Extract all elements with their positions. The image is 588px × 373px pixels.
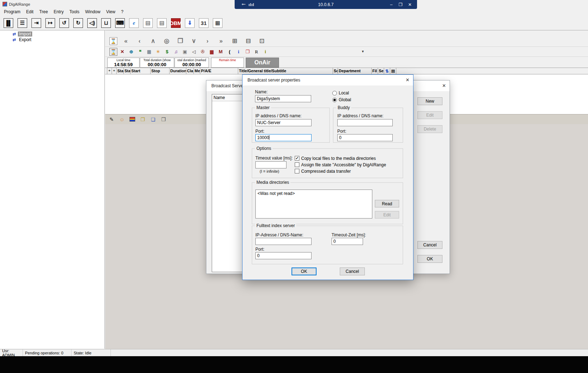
- rdp-connection-bar[interactable]: ⊸ ılıl 10.0.6.7 – ❐ ✕: [235, 0, 417, 9]
- document-icon[interactable]: ▤: [143, 18, 153, 28]
- master-port-input[interactable]: 10000: [255, 134, 312, 141]
- playlist-mode-icon[interactable]: ⌛: [109, 48, 117, 56]
- checkbox-copy-local-files[interactable]: ✓ Copy local files to the media director…: [295, 156, 376, 161]
- internet-explorer-icon[interactable]: e: [129, 18, 139, 28]
- close-icon[interactable]: ✕: [406, 77, 410, 83]
- server-cancel-button[interactable]: Cancel: [417, 241, 442, 249]
- page-icon[interactable]: ▤: [390, 68, 396, 74]
- sort-icon[interactable]: ⇅: [384, 68, 390, 74]
- comment-icon[interactable]: ❝: [136, 48, 144, 56]
- column-header[interactable]: Fil: [372, 68, 378, 74]
- step-back-icon[interactable]: ‹: [134, 37, 144, 45]
- grid-icon[interactable]: ▦: [213, 18, 222, 28]
- copy-entry-icon[interactable]: ❐: [175, 37, 185, 45]
- checkbox-compressed-transfer[interactable]: Compressed data transfer: [295, 169, 351, 174]
- calculator-icon[interactable]: ▦: [145, 48, 153, 56]
- cut-icon[interactable]: ✕: [118, 48, 126, 56]
- copy-icon[interactable]: ❐: [138, 116, 147, 123]
- dbm-icon[interactable]: DBM: [171, 18, 181, 28]
- column-header[interactable]: Sta: [117, 68, 124, 74]
- playlist-mode-icon[interactable]: ⌛: [109, 37, 117, 45]
- split-view-icon[interactable]: ▐▌: [4, 18, 13, 28]
- move-up-icon[interactable]: ∧: [148, 37, 158, 45]
- info-alt-icon[interactable]: i: [261, 48, 269, 56]
- menu-window[interactable]: Window: [82, 9, 103, 15]
- restore-icon[interactable]: ❐: [397, 2, 404, 7]
- terminal-icon[interactable]: ⌨: [115, 18, 125, 28]
- duplicate-icon[interactable]: ❐: [244, 48, 251, 56]
- globe-icon[interactable]: ⊕: [127, 48, 135, 56]
- skip-start-icon[interactable]: «: [121, 37, 131, 45]
- effects-icon[interactable]: ✳: [154, 48, 162, 56]
- color-bars-icon[interactable]: [128, 116, 137, 123]
- column-header[interactable]: Title/General title/Subtitle: [238, 68, 333, 74]
- fulltext-port-input[interactable]: 0: [255, 252, 312, 259]
- menu-entry[interactable]: Entry: [51, 9, 67, 15]
- buddy-ip-input[interactable]: [337, 119, 393, 126]
- tree-item-export[interactable]: ⇄ Export: [0, 37, 104, 43]
- marker-m-icon[interactable]: M: [217, 48, 225, 56]
- close-icon[interactable]: ✕: [406, 2, 413, 7]
- undo-icon[interactable]: ↺: [59, 18, 69, 28]
- column-header[interactable]: Cla: [186, 68, 194, 74]
- export-image-icon[interactable]: ❒: [159, 116, 168, 123]
- expand-group-button[interactable]: +: [112, 68, 117, 74]
- column-header[interactable]: Me: [194, 68, 200, 74]
- list-view-icon[interactable]: ☰: [18, 18, 27, 28]
- menu-tools[interactable]: Tools: [67, 9, 82, 15]
- media-directories-list[interactable]: <Was not yet read>: [255, 190, 372, 219]
- expand-all-button[interactable]: +: [107, 68, 112, 74]
- region-icon[interactable]: ▣: [181, 48, 189, 56]
- fulltext-timeout-input[interactable]: 0: [332, 238, 363, 245]
- paste-below-icon[interactable]: ⊟: [243, 37, 253, 45]
- redo-icon[interactable]: ↻: [73, 18, 83, 28]
- paste-icon[interactable]: ❏: [149, 116, 157, 123]
- menu-view[interactable]: View: [103, 9, 118, 15]
- log-out-icon[interactable]: ↦: [45, 18, 55, 28]
- media-edit-button[interactable]: Edit: [375, 211, 399, 219]
- checkbox-assign-accessible[interactable]: Assign file state "Accessible" by DigAIR…: [295, 162, 386, 167]
- levels-icon[interactable]: ▆: [208, 48, 216, 56]
- calendar-icon[interactable]: 31: [199, 18, 209, 28]
- column-header[interactable]: So: [333, 68, 338, 74]
- skip-end-icon[interactable]: »: [216, 37, 226, 45]
- dialog-titlebar[interactable]: Broadcast server properties ✕: [242, 75, 413, 85]
- fulltext-ip-input[interactable]: [255, 238, 312, 245]
- export-document-icon[interactable]: ⇓: [185, 18, 195, 28]
- column-header[interactable]: Start: [131, 68, 151, 74]
- name-input[interactable]: DigaSystem: [255, 95, 311, 102]
- document-edit-icon[interactable]: ▤: [157, 18, 167, 28]
- buddy-port-input[interactable]: 0: [337, 134, 393, 141]
- paste-above-icon[interactable]: ⊞: [230, 37, 240, 45]
- move-down-icon[interactable]: ∨: [189, 37, 199, 45]
- close-icon[interactable]: ✕: [442, 83, 446, 88]
- edit-pencil-icon[interactable]: ✎: [107, 116, 116, 123]
- column-header[interactable]: P/A/E: [200, 68, 238, 74]
- minimize-icon[interactable]: –: [388, 2, 395, 7]
- audio-icon[interactable]: ◁: [190, 48, 198, 56]
- read-button[interactable]: Read: [375, 200, 399, 207]
- radio-global[interactable]: Global: [332, 97, 351, 102]
- bracket-icon[interactable]: (: [226, 48, 234, 56]
- marker-r-icon[interactable]: R: [253, 48, 260, 56]
- record-icon[interactable]: ◎: [162, 37, 172, 45]
- column-header[interactable]: Stop: [151, 68, 170, 74]
- column-header[interactable]: Se: [378, 68, 384, 74]
- props-ok-button[interactable]: OK: [291, 268, 317, 275]
- column-header[interactable]: Department: [338, 68, 372, 74]
- operator-icon[interactable]: ☺: [118, 116, 126, 123]
- edit-button[interactable]: Edit: [417, 111, 442, 119]
- paste-over-icon[interactable]: ⊡: [257, 37, 267, 45]
- onair-button[interactable]: OnAir: [246, 58, 279, 68]
- props-cancel-button[interactable]: Cancel: [340, 268, 365, 275]
- speaker-icon[interactable]: ◁): [87, 18, 97, 28]
- menu-help[interactable]: ?: [118, 9, 126, 15]
- log-in-icon[interactable]: ⇥: [31, 18, 41, 28]
- radio-local[interactable]: Local: [332, 90, 349, 95]
- timeout-input[interactable]: [255, 161, 286, 168]
- price-icon[interactable]: $: [163, 48, 171, 56]
- column-header[interactable]: Sta: [124, 68, 131, 74]
- server-ok-button[interactable]: OK: [417, 255, 442, 263]
- info-icon[interactable]: i: [235, 48, 242, 56]
- delete-button[interactable]: Delete: [417, 125, 442, 133]
